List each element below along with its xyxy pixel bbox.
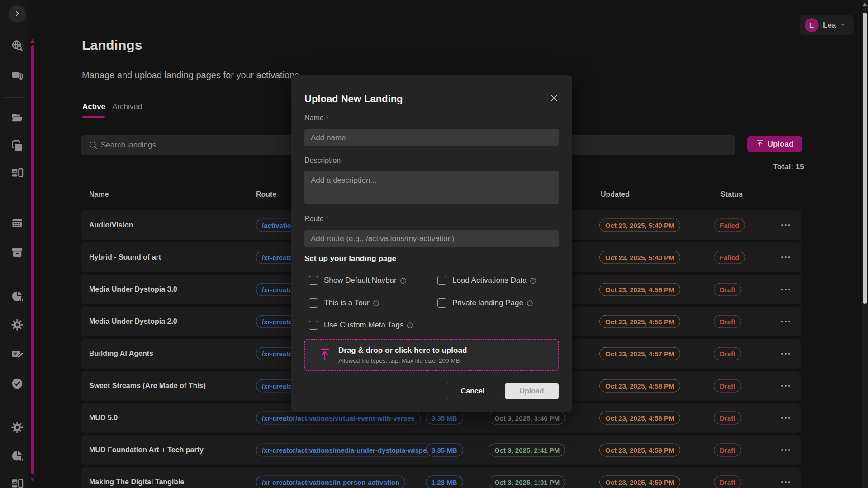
sidebar-expand-button[interactable] [9, 5, 26, 23]
info-icon[interactable] [407, 322, 413, 329]
description-field[interactable] [304, 171, 559, 204]
tab-active[interactable]: Active [82, 102, 105, 111]
checkbox-box[interactable] [309, 276, 318, 285]
landing-name: Building AI Agents [89, 350, 153, 358]
size-badge: 1.23 MB [426, 476, 463, 488]
checkbox-box[interactable] [437, 298, 446, 308]
status-badge: Draft [714, 283, 741, 296]
sidebar-divider [4, 97, 24, 98]
route-badge[interactable]: /xr-creator/activations/in-person-activa… [256, 476, 405, 488]
checkbox-box[interactable] [309, 298, 318, 308]
close-button[interactable] [549, 93, 560, 104]
scroll-down-arrow-icon[interactable] [30, 478, 35, 481]
row-menu-button[interactable] [778, 289, 794, 290]
status-badge: Draft [714, 476, 741, 488]
status-badge: Draft [714, 379, 741, 393]
landing-name: Sweet Streams (Are Made of This) [89, 382, 206, 390]
ellipsis-icon [785, 256, 787, 258]
copy-icon [10, 139, 24, 155]
page-scrollbar-thumb[interactable] [863, 13, 867, 304]
checkbox-load-activations-data[interactable]: Load Activations Data [437, 275, 536, 286]
sidebar-item-card-edit[interactable] [10, 348, 24, 362]
landing-name: Making The Digital Tangible [89, 478, 184, 486]
sidebar-item-calendar[interactable] [10, 217, 24, 231]
status-badge: Failed [714, 219, 745, 232]
ellipsis-icon [781, 224, 783, 226]
sidebar-scrollbar-thumb[interactable] [31, 45, 34, 474]
route-badge[interactable]: /xr-creator/activations/media-under-dyst… [256, 444, 428, 457]
description-field-label: Description [304, 156, 341, 165]
info-icon[interactable] [400, 277, 407, 284]
route-field[interactable] [304, 230, 559, 247]
info-icon[interactable] [373, 300, 379, 307]
row-menu-button[interactable] [778, 481, 794, 483]
sidebar-item-pie-chart[interactable] [10, 290, 24, 304]
cancel-button[interactable]: Cancel [446, 383, 499, 399]
chevron-down-icon [840, 21, 846, 29]
sidebar-item-pie-chart[interactable] [10, 450, 24, 464]
status-badge: Draft [714, 315, 741, 328]
upload-landing-dialog: Upload New Landing Name* Description Rou… [291, 75, 572, 412]
user-name: Lea [823, 21, 836, 30]
file-dropzone[interactable]: Drag & drop or click here to upload Allo… [304, 339, 559, 371]
table-row: Making The Digital Tangible/xr-creator/a… [81, 467, 801, 488]
route-field-label: Route* [304, 215, 328, 223]
ellipsis-icon [788, 385, 790, 387]
checkbox-private-landing-page[interactable]: Private landing Page [437, 297, 533, 309]
checkbox-use-custom-meta-tags[interactable]: Use Custom Meta Tags [309, 319, 413, 331]
checkbox-show-default-navbar[interactable]: Show Default Navbar [309, 275, 407, 286]
sidebar-item-copy[interactable] [10, 140, 24, 154]
sidebar-item-globe-search[interactable] [10, 40, 24, 53]
upload-button-label: Upload [768, 140, 794, 149]
updated-badge: Oct 23, 2025, 4:56 PM [599, 283, 680, 296]
row-menu-button[interactable] [778, 321, 794, 322]
page-scrollbar[interactable] [862, 0, 868, 488]
checkbox-box[interactable] [437, 276, 446, 285]
scroll-up-arrow-icon[interactable] [30, 39, 35, 43]
row-menu-button[interactable] [778, 224, 794, 226]
archive-box-icon [10, 246, 24, 261]
settings-gear-icon [10, 318, 24, 333]
ellipsis-icon [788, 289, 790, 290]
sidebar-item-media-gallery[interactable] [10, 167, 24, 181]
route-badge[interactable]: /xr-creator/activations/virtual-event-wi… [256, 412, 421, 425]
row-menu-button[interactable] [778, 417, 794, 419]
tab-archived[interactable]: Archived [112, 102, 142, 111]
info-icon[interactable] [530, 277, 536, 284]
upload-button[interactable]: Upload [747, 136, 802, 152]
row-menu-button[interactable] [778, 256, 794, 258]
table-row: MUD Foundation Art + Tech party/xr-creat… [81, 435, 801, 465]
sidebar-item-check-circle[interactable] [10, 378, 24, 391]
app-root: L Lea Landings Manage and upload landing… [0, 0, 868, 488]
sidebar-item-settings-gear[interactable] [10, 422, 24, 435]
user-menu[interactable]: L Lea [800, 15, 854, 35]
checkbox-box[interactable] [309, 321, 318, 330]
sidebar-item-settings-gear[interactable] [10, 319, 24, 332]
ellipsis-icon [785, 289, 787, 290]
column-header-status: Status [721, 190, 743, 199]
checkbox-this-is-a-tour[interactable]: This is a Tour [309, 297, 379, 309]
pie-chart-icon [10, 289, 24, 305]
active-tab-underline [82, 116, 105, 118]
cards-stack-icon [10, 69, 24, 85]
sidebar-item-cards-stack[interactable] [10, 70, 24, 84]
ellipsis-icon [785, 224, 787, 226]
sidebar-item-folder-open[interactable] [10, 112, 24, 125]
checkbox-label: Private landing Page [452, 298, 533, 308]
status-badge: Failed [714, 251, 745, 264]
name-field[interactable] [304, 129, 559, 146]
sidebar-item-archive-box[interactable] [10, 246, 24, 260]
row-menu-button[interactable] [778, 385, 794, 387]
ellipsis-icon [788, 321, 790, 322]
row-menu-button[interactable] [778, 449, 794, 451]
sidebar-item-media-gallery[interactable] [10, 478, 24, 488]
landing-name: Media Under Dystopia 3.0 [89, 285, 177, 294]
created-badge: Oct 3, 2025, 2:41 PM [489, 444, 565, 457]
landing-name: Audio/Vision [89, 221, 133, 229]
row-menu-button[interactable] [778, 353, 794, 355]
updated-badge: Oct 23, 2025, 4:57 PM [599, 347, 680, 360]
info-icon[interactable] [526, 300, 533, 307]
settings-gear-icon [10, 421, 24, 436]
upload-submit-button[interactable]: Upload [505, 383, 559, 399]
scroll-up-arrow-icon[interactable] [863, 3, 867, 6]
